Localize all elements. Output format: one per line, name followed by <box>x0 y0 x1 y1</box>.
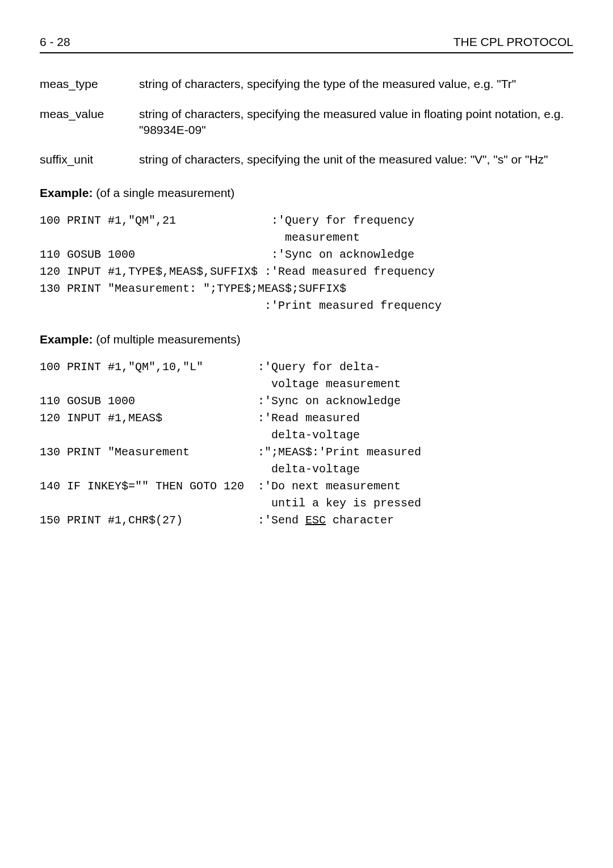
code-text: character <box>326 514 394 527</box>
code-line: until a key is pressed <box>40 497 421 510</box>
example-label-rest: (of multiple measurements) <box>93 333 240 346</box>
example-label-bold: Example: <box>40 186 93 199</box>
definition-description: string of characters, specifying the mea… <box>139 106 573 139</box>
code-line: 110 GOSUB 1000 :'Sync on acknowledge <box>40 248 414 261</box>
example-label-rest: (of a single measurement) <box>93 186 234 199</box>
code-text: 150 PRINT #1,CHR$(27) :'Send <box>40 514 305 527</box>
code-line: delta-voltage <box>40 463 360 476</box>
page-header: 6 - 28 THE CPL PROTOCOL <box>40 34 573 53</box>
page-number: 6 - 28 <box>40 34 70 50</box>
example-heading: Example: (of a single measurement) <box>40 185 573 201</box>
code-block: 100 PRINT #1,"QM",21 :'Query for frequen… <box>40 212 573 315</box>
code-line: :'Print measured frequency <box>40 299 442 312</box>
example-label-bold: Example: <box>40 333 93 346</box>
code-line: 150 PRINT #1,CHR$(27) :'Send ESC charact… <box>40 514 394 527</box>
code-line: 120 INPUT #1,TYPE$,MEAS$,SUFFIX$ :'Read … <box>40 265 435 278</box>
example-heading: Example: (of multiple measurements) <box>40 332 573 347</box>
definition-description: string of characters, specifying the typ… <box>139 76 573 92</box>
underlined-text: ESC <box>305 514 326 527</box>
code-line: 100 PRINT #1,"QM",10,"L" :'Query for del… <box>40 360 380 374</box>
code-line: measurement <box>40 231 360 244</box>
code-block: 100 PRINT #1,"QM",10,"L" :'Query for del… <box>40 359 573 529</box>
code-line: delta-voltage <box>40 429 360 442</box>
definition-term: meas_value <box>40 106 139 139</box>
definition-row: meas_value string of characters, specify… <box>40 106 573 139</box>
document-title: THE CPL PROTOCOL <box>454 34 573 50</box>
code-line: voltage measurement <box>40 378 401 391</box>
code-line: 100 PRINT #1,"QM",21 :'Query for frequen… <box>40 214 414 227</box>
definition-row: meas_type string of characters, specifyi… <box>40 76 573 92</box>
definition-term: meas_type <box>40 76 139 92</box>
code-line: 110 GOSUB 1000 :'Sync on acknowledge <box>40 395 401 408</box>
definition-term: suffix_unit <box>40 152 139 167</box>
definition-description: string of characters, specifying the uni… <box>139 152 573 167</box>
code-line: 140 IF INKEY$="" THEN GOTO 120 :'Do next… <box>40 480 401 493</box>
code-line: 120 INPUT #1,MEAS$ :'Read measured <box>40 412 360 425</box>
code-line: 130 PRINT "Measurement: ";TYPE$;MEAS$;SU… <box>40 282 346 295</box>
definition-row: suffix_unit string of characters, specif… <box>40 152 573 167</box>
code-line: 130 PRINT "Measurement :";MEAS$:'Print m… <box>40 446 421 459</box>
